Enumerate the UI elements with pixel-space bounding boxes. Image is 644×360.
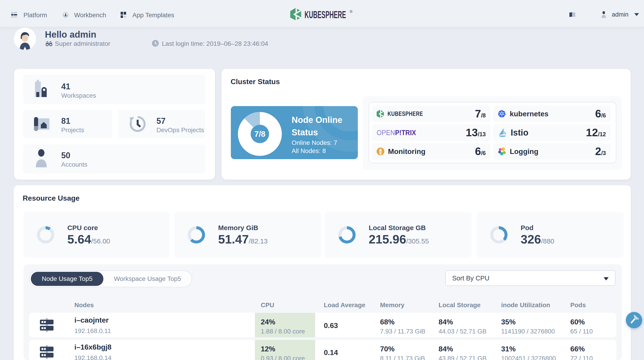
svg-text:7/8: 7/8: [254, 130, 266, 138]
